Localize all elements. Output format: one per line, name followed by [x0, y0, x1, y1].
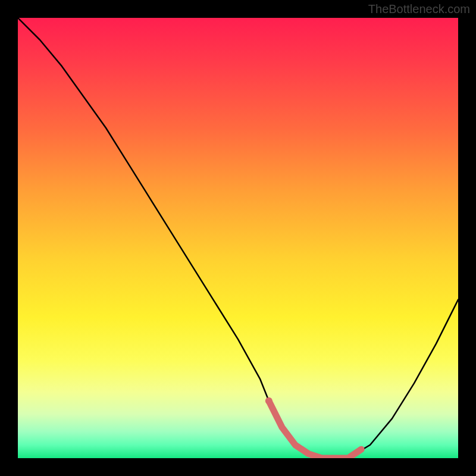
chart-curve-layer	[18, 18, 458, 458]
watermark-text: TheBottleneck.com	[368, 2, 470, 16]
chart-highlight-dot	[265, 397, 273, 405]
chart-plot-area	[18, 18, 458, 458]
chart-main-curve	[18, 18, 458, 458]
chart-highlight-curve	[269, 401, 361, 458]
